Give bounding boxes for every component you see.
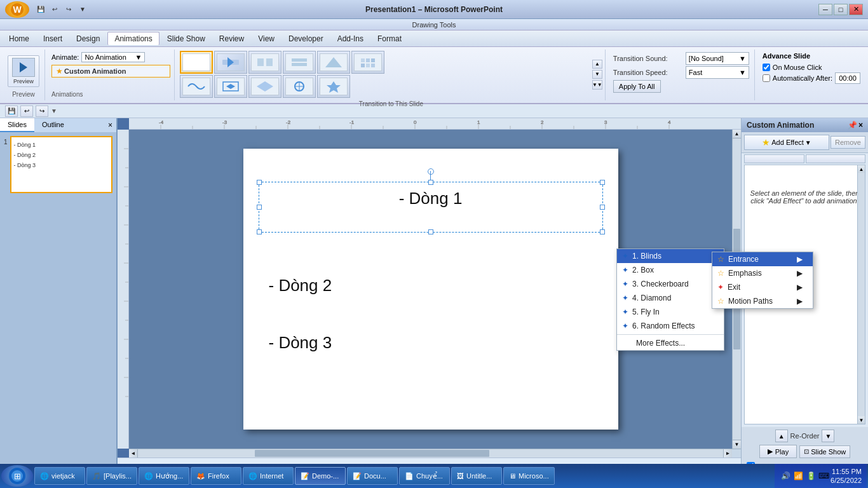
menu-animations[interactable]: Animations — [107, 32, 159, 45]
taskbar-playlist[interactable]: 🎵 [Playlis... — [86, 467, 137, 485]
play-button[interactable]: ▶ Play — [759, 445, 797, 458]
taskbar-untitle[interactable]: 🖼 Untitle... — [451, 467, 502, 485]
submenu-motion-paths[interactable]: ☆ Motion Paths ▶ — [712, 294, 813, 308]
menu-insert[interactable]: Insert — [37, 32, 69, 45]
animation-scroll[interactable]: ▲ ▼ ▼▼ — [592, 60, 602, 90]
tray-icon-4[interactable]: ⌨ — [818, 470, 829, 482]
taskbar-chuye[interactable]: 📄 Chuyể... — [399, 467, 450, 485]
auto-after-checkbox[interactable] — [763, 74, 770, 82]
anim-thumb-1[interactable] — [214, 51, 247, 74]
close-panel-button[interactable]: × — [104, 118, 116, 132]
custom-animation-button[interactable]: ★ Custom Animation — [51, 65, 170, 78]
scroll-track-h[interactable] — [138, 449, 723, 458]
menu-review[interactable]: Review — [213, 32, 250, 45]
handle-tr[interactable] — [600, 180, 605, 185]
menu-slideshow[interactable]: Slide Show — [161, 32, 212, 45]
taskbar-firefox[interactable]: 🦊 Firefox — [191, 467, 241, 485]
anim-thumb-3[interactable] — [283, 51, 316, 74]
scroll-thumb-h[interactable] — [255, 450, 489, 457]
handle-bl[interactable] — [257, 229, 262, 234]
taskbar-demo[interactable]: 📝 Demo-... — [295, 467, 346, 485]
slideshow-button[interactable]: ⊡ Slide Show — [799, 445, 850, 458]
tab-slides[interactable]: Slides — [0, 118, 34, 132]
submenu-exit[interactable]: ✦ Exit ▶ — [712, 280, 813, 294]
undo-button[interactable]: ↩ — [48, 3, 61, 16]
taskbar-docu[interactable]: 📝 Docu... — [347, 467, 398, 485]
effect-more[interactable]: More Effects... — [617, 336, 724, 350]
submenu-entrance[interactable]: ☆ Entrance ▶ — [712, 252, 813, 266]
scroll-up[interactable]: ▲ — [592, 60, 602, 69]
qb-save[interactable]: 💾 — [5, 105, 18, 117]
scroll-down[interactable]: ▼ — [592, 70, 602, 79]
animate-dropdown[interactable]: No Animation ▼ — [81, 52, 145, 62]
qb-redo[interactable]: ↪ — [36, 105, 48, 117]
handle-mr[interactable] — [600, 205, 605, 210]
menu-addins[interactable]: Add-Ins — [331, 32, 370, 45]
anim-thumb-4[interactable] — [317, 51, 350, 74]
qb-undo[interactable]: ↩ — [20, 105, 33, 117]
apply-to-all-button[interactable]: Apply To All — [613, 80, 661, 93]
menu-home[interactable]: Home — [3, 32, 36, 45]
handle-tm[interactable] — [428, 180, 433, 185]
anim-thumb-9[interactable] — [283, 75, 316, 98]
scroll-left-button[interactable]: ◄ — [129, 449, 138, 458]
horizontal-scrollbar[interactable]: ◄ ► — [129, 449, 741, 458]
preview-button[interactable]: Preview — [8, 55, 39, 87]
start-button[interactable]: ⊞ — [1, 465, 33, 487]
text-box-selected[interactable]: - Dòng 1 — [259, 182, 603, 233]
add-effect-button[interactable]: ★ Add Effect ▼ — [744, 135, 829, 150]
redo-button[interactable]: ↪ — [62, 3, 75, 16]
effect-blinds[interactable]: ✦ 1. Blinds — [617, 249, 724, 263]
customize-button[interactable]: ▼ — [76, 3, 89, 16]
tray-icon-3[interactable]: 🔋 — [805, 470, 817, 482]
handle-ml[interactable] — [257, 205, 262, 210]
pin-button[interactable]: 📌 — [848, 121, 857, 130]
scroll-right-button[interactable]: ► — [723, 449, 732, 458]
menu-format[interactable]: Format — [371, 32, 408, 45]
taskbar-huong[interactable]: 🌐 Hướng... — [139, 467, 189, 485]
effect-box[interactable]: ✦ 2. Box — [617, 263, 724, 277]
taskbar-microsoft[interactable]: 🖥 Microsо... — [503, 467, 555, 485]
effect-diamond[interactable]: ✦ 4. Diamond — [617, 291, 724, 305]
anim-thumb-10[interactable] — [317, 75, 350, 98]
transition-speed-dropdown[interactable]: Fast ▼ — [686, 66, 749, 79]
handle-bm[interactable] — [428, 229, 433, 234]
effect-checkerboard[interactable]: ✦ 3. Checkerboard — [617, 277, 724, 291]
scroll-up-button[interactable]: ▲ — [733, 130, 741, 139]
handle-tl[interactable] — [257, 180, 262, 185]
auto-after-input[interactable] — [835, 72, 860, 84]
tray-icon-2[interactable]: 📶 — [792, 470, 804, 482]
anim-scroll-down[interactable]: ▼ — [858, 416, 865, 424]
reorder-down-button[interactable]: ▼ — [822, 430, 834, 442]
scroll-down-button[interactable]: ▼ — [733, 440, 741, 449]
anim-thumb-2[interactable] — [248, 51, 281, 74]
remove-button[interactable]: Remove — [831, 136, 865, 149]
taskbar-ie[interactable]: 🌐 Internet — [243, 467, 294, 485]
taskbar-vietjack[interactable]: 🌐 vietjack — [34, 467, 85, 485]
tray-icon-1[interactable]: 🔊 — [780, 470, 791, 482]
slide-thumbnail[interactable]: - Dòng 1 - Dòng 2 - Dòng 3 — [10, 136, 112, 193]
submenu-emphasis[interactable]: ☆ Emphasis ▶ — [712, 266, 813, 280]
office-button[interactable]: W — [5, 1, 29, 18]
scroll-more[interactable]: ▼▼ — [592, 80, 602, 90]
anim-thumb-6[interactable] — [180, 75, 213, 98]
transition-sound-dropdown[interactable]: [No Sound] ▼ — [686, 52, 749, 65]
reorder-up-button[interactable]: ▲ — [775, 430, 788, 442]
tab-outline[interactable]: Outline — [34, 118, 72, 132]
anim-thumb-none[interactable] — [180, 51, 213, 74]
minimize-button[interactable]: ─ — [818, 4, 832, 15]
anim-thumb-5[interactable] — [351, 51, 384, 74]
close-panel-btn[interactable]: × — [858, 121, 863, 130]
effect-random[interactable]: ✦ 6. Random Effects — [617, 319, 724, 333]
anim-scroll-up[interactable]: ▲ — [858, 165, 865, 173]
anim-list-scrollbar[interactable]: ▲ ▼ — [857, 165, 865, 424]
menu-view[interactable]: View — [252, 32, 281, 45]
anim-thumb-7[interactable] — [214, 75, 247, 98]
slide-canvas[interactable]: - Dòng 1 - Dòng 2 - Dòng 3 — [243, 149, 618, 430]
maximize-button[interactable]: □ — [834, 4, 848, 15]
effect-flyin[interactable]: ✦ 5. Fly In — [617, 305, 724, 319]
menu-developer[interactable]: Developer — [282, 32, 330, 45]
close-button[interactable]: ✕ — [849, 4, 863, 15]
handle-br[interactable] — [600, 229, 605, 234]
on-mouse-click-checkbox[interactable] — [763, 64, 770, 71]
